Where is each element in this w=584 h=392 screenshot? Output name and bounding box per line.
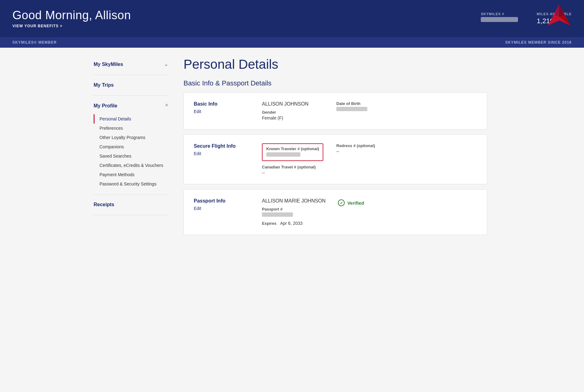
skymiles-label: SKYMILES #: [481, 12, 518, 16]
profile-sub-items: Personal Details Preferences Other Loyal…: [94, 113, 168, 191]
sidebar-item-preferences[interactable]: Preferences: [94, 124, 168, 133]
passport-info-card: Passport Info Edit ALLISON MARIE JOHNSON…: [184, 189, 487, 235]
skymiles-number-masked: [481, 17, 518, 22]
passport-number-masked: [262, 212, 293, 217]
canadian-travel-value: --: [262, 170, 324, 175]
canadian-travel-label: Canadian Travel # (optional): [262, 165, 324, 169]
secure-flight-label-col: Secure Flight Info Edit: [194, 143, 250, 175]
basic-info-name-group: ALLISON JOHNSON Gender Female (F): [262, 101, 324, 120]
verified-checkmark-icon: ✓: [338, 199, 345, 206]
sidebar: My SkyMiles ⌄ My Trips My Profile ^ Pers…: [87, 57, 174, 240]
expires-label: Expires: [262, 221, 279, 226]
sidebar-trips-label: My Trips: [94, 82, 114, 88]
sidebar-item-skymiles[interactable]: My SkyMiles ⌄: [94, 57, 168, 72]
sidebar-section-trips: My Trips: [94, 78, 168, 96]
verified-group: ✓ Verified: [338, 198, 400, 226]
passport-section-name: Passport Info: [194, 198, 250, 204]
sidebar-item-personal-details[interactable]: Personal Details: [94, 114, 168, 124]
gender-label: Gender: [262, 110, 324, 115]
redress-value: --: [336, 149, 398, 154]
view-benefits-link[interactable]: VIEW YOUR BENEFITS >: [12, 24, 62, 28]
main-content: Personal Details Basic Info & Passport D…: [174, 57, 497, 240]
sidebar-profile-label: My Profile: [94, 103, 117, 109]
basic-info-data-col: ALLISON JOHNSON Gender Female (F) Date o…: [262, 101, 477, 120]
sidebar-section-profile: My Profile ^ Personal Details Preference…: [94, 99, 168, 194]
secure-flight-section-name: Secure Flight Info: [194, 143, 250, 149]
delta-logo-icon: [547, 3, 572, 28]
passport-label-col: Passport Info Edit: [194, 198, 250, 226]
dob-group: Date of Birth: [336, 101, 398, 120]
secure-flight-edit-link[interactable]: Edit: [194, 151, 201, 156]
section-title: Basic Info & Passport Details: [184, 79, 487, 87]
redress-group: Redress # (optional) --: [336, 143, 398, 175]
sidebar-item-receipts[interactable]: Receipts: [94, 198, 168, 212]
sidebar-item-certificates[interactable]: Certificates, eCredits & Vouchers: [94, 161, 168, 170]
passport-edit-link[interactable]: Edit: [194, 206, 201, 211]
sidebar-item-trips[interactable]: My Trips: [94, 78, 168, 92]
redress-label: Redress # (optional): [336, 143, 398, 148]
page-title: Personal Details: [184, 57, 487, 72]
sub-header: SKYMILES® MEMBER SKYMILES MEMBER SINCE 2…: [0, 37, 584, 48]
passport-name-group: ALLISON MARIE JOHNSON Passport # Expires…: [262, 198, 325, 226]
sidebar-item-password-security[interactable]: Password & Security Settings: [94, 179, 168, 189]
skymiles-number-stat: SKYMILES #: [481, 12, 518, 22]
page-header: Good Morning, Allison VIEW YOUR BENEFITS…: [0, 0, 584, 37]
known-traveler-masked: [266, 152, 300, 157]
known-traveler-highlighted: Known Traveler # (optional): [262, 143, 323, 161]
header-greeting-section: Good Morning, Allison VIEW YOUR BENEFITS…: [12, 9, 131, 28]
sidebar-item-other-loyalty[interactable]: Other Loyalty Programs: [94, 133, 168, 142]
basic-info-card: Basic Info Edit ALLISON JOHNSON Gender F…: [184, 92, 487, 129]
sidebar-section-receipts: Receipts: [94, 198, 168, 215]
basic-info-edit-link[interactable]: Edit: [194, 109, 201, 114]
sidebar-item-companions[interactable]: Companions: [94, 142, 168, 151]
known-traveler-group: Known Traveler # (optional) Canadian Tra…: [262, 143, 324, 175]
chevron-down-icon: ⌄: [164, 61, 168, 67]
member-label: SKYMILES® MEMBER: [12, 40, 57, 45]
chevron-up-icon: ^: [165, 103, 168, 109]
dob-masked: [336, 107, 367, 111]
greeting-text: Good Morning, Allison: [12, 9, 131, 22]
passport-data-col: ALLISON MARIE JOHNSON Passport # Expires…: [262, 198, 477, 226]
basic-info-section-name: Basic Info: [194, 101, 250, 107]
verified-badge: ✓ Verified: [338, 199, 400, 206]
sidebar-item-profile[interactable]: My Profile ^: [94, 99, 168, 113]
delta-logo: [547, 3, 575, 31]
sidebar-item-payment-methods[interactable]: Payment Methods: [94, 170, 168, 179]
sidebar-skymiles-label: My SkyMiles: [94, 62, 123, 67]
member-since-label: SKYMILES MEMBER SINCE 2018: [505, 40, 572, 45]
basic-info-name-value: ALLISON JOHNSON: [262, 101, 324, 107]
sidebar-item-saved-searches[interactable]: Saved Searches: [94, 151, 168, 161]
passport-name-value: ALLISON MARIE JOHNSON: [262, 198, 325, 204]
known-traveler-label: Known Traveler # (optional): [266, 146, 319, 151]
sidebar-receipts-label: Receipts: [94, 202, 114, 207]
basic-info-label-col: Basic Info Edit: [194, 101, 250, 120]
sidebar-section-skymiles: My SkyMiles ⌄: [94, 57, 168, 75]
main-layout: My SkyMiles ⌄ My Trips My Profile ^ Pers…: [87, 57, 497, 240]
dob-label: Date of Birth: [336, 101, 398, 106]
gender-value: Female (F): [262, 115, 324, 120]
secure-flight-data-col: Known Traveler # (optional) Canadian Tra…: [262, 143, 477, 175]
secure-flight-card: Secure Flight Info Edit Known Traveler #…: [184, 134, 487, 184]
passport-number-label: Passport #: [262, 207, 325, 211]
verified-label: Verified: [347, 200, 364, 206]
passport-expires-value: Apr 6, 2033: [280, 221, 303, 226]
